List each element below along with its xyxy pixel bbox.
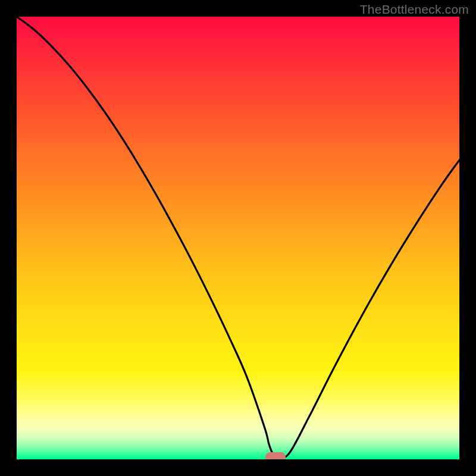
minimum-marker <box>265 452 286 459</box>
watermark-text: TheBottleneck.com <box>360 2 469 17</box>
plot-area <box>17 17 459 459</box>
bottleneck-curve <box>17 17 459 459</box>
chart-container: TheBottleneck.com <box>0 0 476 476</box>
curve-svg <box>17 17 459 459</box>
